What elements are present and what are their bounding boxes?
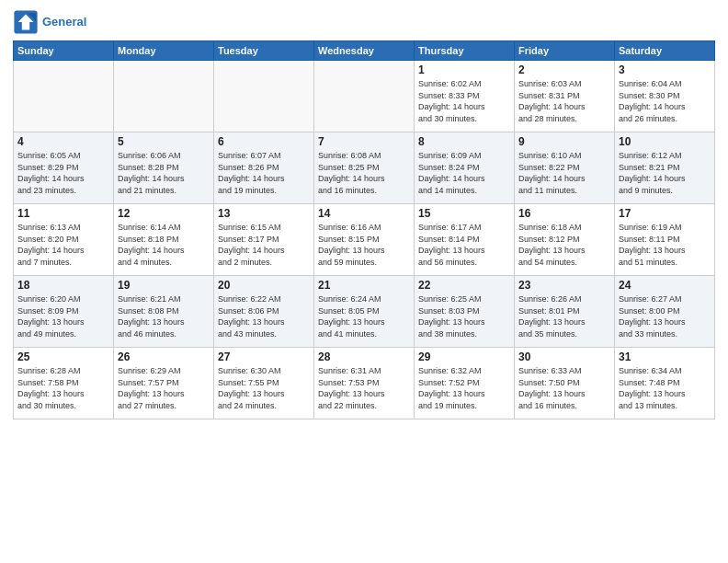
calendar-cell: 10Sunrise: 6:12 AM Sunset: 8:21 PM Dayli… <box>615 132 715 204</box>
calendar-cell: 13Sunrise: 6:15 AM Sunset: 8:17 PM Dayli… <box>214 204 314 276</box>
page-container: General SundayMondayTuesdayWednesdayThur… <box>0 0 728 425</box>
logo-line1: General <box>42 15 86 29</box>
day-info: Sunrise: 6:08 AM Sunset: 8:25 PM Dayligh… <box>318 150 410 196</box>
day-number: 27 <box>218 350 310 363</box>
calendar-cell: 7Sunrise: 6:08 AM Sunset: 8:25 PM Daylig… <box>314 132 415 204</box>
calendar-cell <box>14 61 114 132</box>
day-info: Sunrise: 6:22 AM Sunset: 8:06 PM Dayligh… <box>218 293 310 339</box>
day-number: 9 <box>518 135 610 148</box>
calendar-cell: 21Sunrise: 6:24 AM Sunset: 8:05 PM Dayli… <box>314 276 415 348</box>
day-info: Sunrise: 6:15 AM Sunset: 8:17 PM Dayligh… <box>218 222 310 268</box>
weekday-header-sunday: Sunday <box>14 41 114 61</box>
day-info: Sunrise: 6:02 AM Sunset: 8:33 PM Dayligh… <box>418 78 510 124</box>
day-number: 22 <box>418 279 510 292</box>
calendar-cell: 4Sunrise: 6:05 AM Sunset: 8:29 PM Daylig… <box>14 132 114 204</box>
day-number: 6 <box>218 135 310 148</box>
day-info: Sunrise: 6:06 AM Sunset: 8:28 PM Dayligh… <box>118 150 210 196</box>
weekday-header-friday: Friday <box>515 41 615 61</box>
day-info: Sunrise: 6:20 AM Sunset: 8:09 PM Dayligh… <box>17 293 109 339</box>
calendar-cell: 8Sunrise: 6:09 AM Sunset: 8:24 PM Daylig… <box>415 132 515 204</box>
day-number: 30 <box>518 350 610 363</box>
calendar-cell: 6Sunrise: 6:07 AM Sunset: 8:26 PM Daylig… <box>214 132 314 204</box>
calendar-week-row: 4Sunrise: 6:05 AM Sunset: 8:29 PM Daylig… <box>14 132 715 204</box>
weekday-header-thursday: Thursday <box>415 41 515 61</box>
calendar-week-row: 11Sunrise: 6:13 AM Sunset: 8:20 PM Dayli… <box>14 204 715 276</box>
day-number: 16 <box>518 207 610 220</box>
day-number: 20 <box>218 279 310 292</box>
day-info: Sunrise: 6:04 AM Sunset: 8:30 PM Dayligh… <box>619 78 711 124</box>
weekday-header-row: SundayMondayTuesdayWednesdayThursdayFrid… <box>14 41 715 61</box>
calendar-week-row: 18Sunrise: 6:20 AM Sunset: 8:09 PM Dayli… <box>14 276 715 348</box>
day-number: 2 <box>518 63 610 76</box>
day-number: 31 <box>619 350 711 363</box>
day-info: Sunrise: 6:25 AM Sunset: 8:03 PM Dayligh… <box>418 293 510 339</box>
calendar-cell: 27Sunrise: 6:30 AM Sunset: 7:55 PM Dayli… <box>214 348 314 419</box>
logo: General <box>13 9 86 35</box>
day-info: Sunrise: 6:16 AM Sunset: 8:15 PM Dayligh… <box>318 222 410 268</box>
calendar-cell: 29Sunrise: 6:32 AM Sunset: 7:52 PM Dayli… <box>415 348 515 419</box>
calendar-cell <box>114 61 214 132</box>
calendar-cell: 14Sunrise: 6:16 AM Sunset: 8:15 PM Dayli… <box>314 204 415 276</box>
calendar-week-row: 25Sunrise: 6:28 AM Sunset: 7:58 PM Dayli… <box>14 348 715 419</box>
day-info: Sunrise: 6:14 AM Sunset: 8:18 PM Dayligh… <box>118 222 210 268</box>
calendar-cell <box>214 61 314 132</box>
day-info: Sunrise: 6:09 AM Sunset: 8:24 PM Dayligh… <box>418 150 510 196</box>
day-number: 26 <box>118 350 210 363</box>
day-info: Sunrise: 6:27 AM Sunset: 8:00 PM Dayligh… <box>619 293 711 339</box>
calendar-cell: 15Sunrise: 6:17 AM Sunset: 8:14 PM Dayli… <box>415 204 515 276</box>
day-info: Sunrise: 6:21 AM Sunset: 8:08 PM Dayligh… <box>118 293 210 339</box>
calendar-cell: 1Sunrise: 6:02 AM Sunset: 8:33 PM Daylig… <box>415 61 515 132</box>
day-number: 17 <box>619 207 711 220</box>
day-number: 15 <box>418 207 510 220</box>
calendar-cell: 22Sunrise: 6:25 AM Sunset: 8:03 PM Dayli… <box>415 276 515 348</box>
calendar-cell: 25Sunrise: 6:28 AM Sunset: 7:58 PM Dayli… <box>14 348 114 419</box>
day-number: 5 <box>118 135 210 148</box>
day-info: Sunrise: 6:07 AM Sunset: 8:26 PM Dayligh… <box>218 150 310 196</box>
calendar-cell: 26Sunrise: 6:29 AM Sunset: 7:57 PM Dayli… <box>114 348 214 419</box>
day-info: Sunrise: 6:17 AM Sunset: 8:14 PM Dayligh… <box>418 222 510 268</box>
calendar-table: SundayMondayTuesdayWednesdayThursdayFrid… <box>13 40 715 419</box>
calendar-cell: 28Sunrise: 6:31 AM Sunset: 7:53 PM Dayli… <box>314 348 415 419</box>
calendar-cell: 12Sunrise: 6:14 AM Sunset: 8:18 PM Dayli… <box>114 204 214 276</box>
weekday-header-saturday: Saturday <box>615 41 715 61</box>
day-number: 14 <box>318 207 410 220</box>
day-info: Sunrise: 6:12 AM Sunset: 8:21 PM Dayligh… <box>619 150 711 196</box>
calendar-cell: 20Sunrise: 6:22 AM Sunset: 8:06 PM Dayli… <box>214 276 314 348</box>
calendar-cell: 3Sunrise: 6:04 AM Sunset: 8:30 PM Daylig… <box>615 61 715 132</box>
calendar-cell: 11Sunrise: 6:13 AM Sunset: 8:20 PM Dayli… <box>14 204 114 276</box>
day-info: Sunrise: 6:28 AM Sunset: 7:58 PM Dayligh… <box>17 365 109 411</box>
calendar-cell: 31Sunrise: 6:34 AM Sunset: 7:48 PM Dayli… <box>615 348 715 419</box>
calendar-cell: 19Sunrise: 6:21 AM Sunset: 8:08 PM Dayli… <box>114 276 214 348</box>
day-info: Sunrise: 6:26 AM Sunset: 8:01 PM Dayligh… <box>518 293 610 339</box>
calendar-cell: 30Sunrise: 6:33 AM Sunset: 7:50 PM Dayli… <box>515 348 615 419</box>
day-number: 7 <box>318 135 410 148</box>
day-number: 21 <box>318 279 410 292</box>
calendar-cell: 2Sunrise: 6:03 AM Sunset: 8:31 PM Daylig… <box>515 61 615 132</box>
logo-icon <box>13 9 39 35</box>
day-number: 18 <box>17 279 109 292</box>
day-info: Sunrise: 6:10 AM Sunset: 8:22 PM Dayligh… <box>518 150 610 196</box>
day-number: 23 <box>518 279 610 292</box>
day-number: 10 <box>619 135 711 148</box>
day-info: Sunrise: 6:24 AM Sunset: 8:05 PM Dayligh… <box>318 293 410 339</box>
day-number: 25 <box>17 350 109 363</box>
day-number: 19 <box>118 279 210 292</box>
calendar-cell: 5Sunrise: 6:06 AM Sunset: 8:28 PM Daylig… <box>114 132 214 204</box>
day-info: Sunrise: 6:19 AM Sunset: 8:11 PM Dayligh… <box>619 222 711 268</box>
day-info: Sunrise: 6:32 AM Sunset: 7:52 PM Dayligh… <box>418 365 510 411</box>
weekday-header-monday: Monday <box>114 41 214 61</box>
day-info: Sunrise: 6:31 AM Sunset: 7:53 PM Dayligh… <box>318 365 410 411</box>
day-info: Sunrise: 6:13 AM Sunset: 8:20 PM Dayligh… <box>17 222 109 268</box>
day-info: Sunrise: 6:29 AM Sunset: 7:57 PM Dayligh… <box>118 365 210 411</box>
logo-text: General <box>42 15 86 29</box>
day-info: Sunrise: 6:30 AM Sunset: 7:55 PM Dayligh… <box>218 365 310 411</box>
calendar-cell <box>314 61 415 132</box>
header: General <box>13 9 715 35</box>
calendar-cell: 18Sunrise: 6:20 AM Sunset: 8:09 PM Dayli… <box>14 276 114 348</box>
day-number: 1 <box>418 63 510 76</box>
day-number: 29 <box>418 350 510 363</box>
day-info: Sunrise: 6:34 AM Sunset: 7:48 PM Dayligh… <box>619 365 711 411</box>
weekday-header-wednesday: Wednesday <box>314 41 415 61</box>
calendar-week-row: 1Sunrise: 6:02 AM Sunset: 8:33 PM Daylig… <box>14 61 715 132</box>
day-number: 3 <box>619 63 711 76</box>
